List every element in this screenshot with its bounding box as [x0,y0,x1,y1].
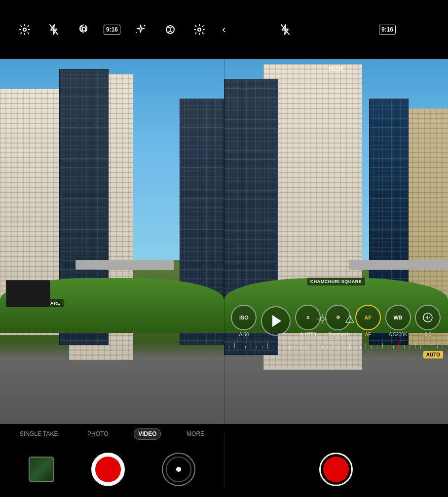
city-bg-left [0,59,224,424]
svg-point-3 [144,25,146,27]
tab-single-take[interactable]: SINGLE TAKE [16,428,62,439]
tick [443,346,443,349]
panel-right: HDR CHAMCHURI SQUARE ISO A 50 [224,59,448,424]
ratio-badge-left[interactable]: 9:16 [104,25,120,35]
tick [388,346,388,349]
zoom-ring-outer[interactable] [162,453,195,486]
tick [437,346,438,349]
tick [328,346,328,349]
tick [432,343,432,349]
shutter-row-right [224,442,448,497]
tick [317,343,317,349]
tick [267,343,268,349]
tick [410,346,410,349]
tick [245,346,246,349]
empty-slot [254,457,279,482]
tab-photo[interactable]: PHOTO [83,428,112,439]
tick [349,343,350,349]
tab-more[interactable]: MORE [183,428,208,439]
shutter-row-left [0,442,224,497]
top-bar: ‹ 9:16 [0,0,448,59]
bottom-area: SINGLE TAKE PHOTO VIDEO MORE [0,424,448,497]
tick [229,346,229,349]
tick [338,346,339,349]
shutter-value: A 1/750 [299,332,316,337]
ratio-badge-right[interactable]: 9:16 [379,25,396,35]
tick [360,346,361,349]
small-icon-row [224,310,448,328]
bottom-divider [224,431,224,490]
tick [333,343,334,349]
top-bar-left: 9:16 [0,21,224,38]
tick [251,343,251,349]
zoom-ring-inner [166,457,191,482]
tick [257,346,257,349]
city-bg-right [224,59,448,424]
record-inner-right [323,457,349,482]
tick [393,346,394,349]
mode-tabs: SINGLE TAKE PHOTO VIDEO MORE [0,424,224,442]
auto-badge: AUTO [423,351,443,358]
tick [382,343,383,349]
svg-rect-2 [82,27,85,31]
flash-off-right-icon[interactable] [276,21,294,38]
iso-value: A 50 [239,332,249,337]
tick [240,346,240,349]
tick [322,346,323,349]
sample-value: Standard [328,332,348,337]
record-button-left[interactable] [91,453,125,486]
record-inner-left [95,457,121,482]
focus-icon[interactable] [313,310,331,328]
tick [289,346,290,349]
tick [355,346,355,349]
tick-red [399,342,399,349]
tick [262,346,262,349]
ev-value: 0.0 [425,332,432,337]
motion-icon[interactable] [75,21,92,38]
settings-icon[interactable] [16,21,34,38]
svg-point-12 [320,317,324,321]
sparkle-icon[interactable] [132,21,149,38]
bottom-right [224,424,448,497]
tick [415,343,415,349]
ar-icon[interactable] [161,21,179,38]
ruler-ticks [224,342,448,349]
tab-video[interactable]: VIDEO [134,428,161,440]
tick [234,343,235,349]
tick [366,343,366,349]
tick [305,346,306,349]
gallery-thumbnail[interactable] [29,457,54,482]
tick [420,346,421,349]
flash-off-icon[interactable] [45,21,63,38]
tick [377,346,377,349]
tick [426,346,426,349]
panel-divider [224,59,224,424]
settings2-icon[interactable] [190,21,208,38]
ruler-bar [224,340,448,350]
tick [273,346,273,349]
zoom-dot [176,467,181,472]
svg-point-6 [198,28,201,31]
tick [278,346,279,349]
tick [311,346,311,349]
tick [371,346,372,349]
bottom-left: SINGLE TAKE PHOTO VIDEO MORE [0,424,224,497]
empty-slot-right [393,457,418,482]
tick [295,346,295,349]
top-bar-right: 9:16 [224,21,448,38]
tick [344,346,344,349]
wb-value: A 5200K [389,332,408,337]
record-button-right[interactable] [319,453,353,486]
svg-point-4 [136,32,137,33]
svg-point-0 [23,28,26,31]
af-value: AF [365,332,371,337]
panel-left: CHAMCHURI SQUARE [0,59,224,424]
tick [284,343,284,349]
hdr-badge: HDR [328,65,343,72]
tick [404,346,405,349]
sign-chamchuri-right: CHAMCHURI SQUARE [307,278,365,285]
triangle-icon[interactable] [341,310,359,328]
zoom-ring[interactable] [162,453,195,486]
camera-area: CHAMCHURI SQUARE [0,59,448,424]
tick [300,343,300,349]
